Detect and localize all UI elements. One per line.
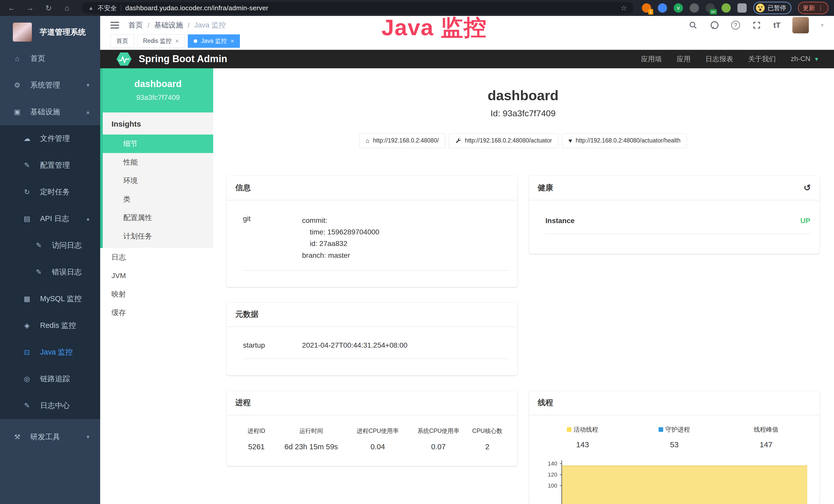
sba-item-config-props[interactable]: 配置属性	[103, 208, 213, 227]
chevron-down-icon: ▾	[87, 82, 89, 89]
help-icon[interactable]: ?	[731, 21, 740, 29]
sidebar-item-config-manage[interactable]: ✎ 配置管理	[0, 152, 100, 179]
sba-nav-about[interactable]: 关于我们	[748, 54, 776, 64]
sidebar-item-scheduled-jobs[interactable]: ↻ 定时任务	[0, 179, 100, 205]
tab-home[interactable]: 首页	[110, 35, 134, 48]
history-icon[interactable]: ↺	[804, 183, 811, 193]
cpu-cores-value: 2	[468, 443, 507, 451]
sba-item-classes[interactable]: 类	[103, 190, 213, 208]
ext-icon-blue-pin[interactable]	[658, 3, 667, 13]
profile-paused-chip[interactable]: 已暂停	[753, 2, 791, 14]
security-label[interactable]: 不安全	[97, 4, 117, 12]
breadcrumb-current: Java 监控	[194, 21, 226, 29]
service-url-button[interactable]: ⌂ http://192.168.0.2:48080/	[359, 133, 445, 148]
close-icon[interactable]: ×	[231, 38, 234, 45]
process-card-title: 进程	[235, 397, 251, 408]
sidebar-item-infra[interactable]: ▣ 基础设施 ▴	[0, 98, 100, 125]
app-logo-image	[13, 23, 32, 42]
sba-nav-journal[interactable]: 日志报表	[705, 54, 733, 64]
breadcrumb-home[interactable]: 首页	[128, 21, 143, 29]
tools-icon: ⚒	[13, 433, 22, 441]
chevron-up-icon: ▴	[87, 109, 89, 115]
sba-nav-applications[interactable]: 应用	[677, 54, 690, 64]
github-icon[interactable]	[710, 20, 720, 30]
address-bar[interactable]: ▲ 不安全 dashboard.yudao.iocoder.cn/infra/a…	[82, 2, 634, 14]
sba-item-metrics[interactable]: 性能	[103, 153, 213, 171]
close-icon[interactable]: ×	[175, 38, 179, 45]
sidebar-item-java-monitor[interactable]: ⊡ Java 监控	[0, 339, 100, 366]
infra-submenu: ☁ 文件管理 ✎ 配置管理 ↻ 定时任务 ▤ API 日志 ▴ ✎ 访问日志 ✎	[0, 125, 100, 419]
sba-item-caches[interactable]: 缓存	[100, 303, 213, 322]
ext-icon-grid[interactable]	[690, 3, 699, 13]
service-url: http://192.168.0.2:48080/	[373, 137, 439, 144]
health-url-button[interactable]: ♥ http://192.168.0.2:48080/actuator/heal…	[562, 133, 687, 148]
sidebar-item-label: 日志中心	[40, 400, 70, 411]
bookmark-star-icon[interactable]: ☆	[620, 4, 627, 12]
sidebar-item-home[interactable]: ⌂ 首页	[0, 45, 100, 72]
url-text[interactable]: dashboard.yudao.iocoder.cn/infra/admin-s…	[125, 4, 268, 12]
sidebar-item-redis-monitor[interactable]: ◈ Redis 监控	[0, 312, 100, 339]
font-size-icon[interactable]: tT	[773, 21, 781, 29]
sidebar-item-trace[interactable]: ◎ 链路追踪	[0, 366, 100, 392]
chrome-update-button[interactable]: 更新 ⋮	[798, 2, 828, 14]
sidebar-item-mysql-monitor[interactable]: ▦ MySQL 监控	[0, 285, 100, 312]
daemon-threads-value: 53	[629, 440, 720, 449]
breadcrumb: 首页 / 基础设施 / Java 监控	[128, 20, 226, 30]
browser-forward-icon[interactable]: →	[24, 4, 36, 12]
process-col-header: 进程CPU使用率	[347, 427, 409, 435]
fullscreen-icon[interactable]	[752, 20, 762, 30]
browser-home-icon[interactable]: ⌂	[61, 4, 73, 12]
sba-item-logging[interactable]: 日志	[100, 248, 213, 267]
browser-menu-icon[interactable]: ⋮	[817, 4, 824, 12]
eye-icon: ◎	[23, 375, 31, 383]
tab-redis-monitor[interactable]: Redis 监控 ×	[137, 35, 185, 48]
sba-item-environment[interactable]: 环境	[103, 171, 213, 190]
sba-item-jvm[interactable]: JVM	[100, 267, 213, 285]
process-pid-value: 5261	[237, 443, 276, 451]
sidebar-item-label: API 日志	[40, 214, 69, 224]
gear-icon: ⚙	[13, 81, 22, 89]
sba-section-label: Insights	[103, 112, 213, 135]
tab-java-monitor[interactable]: Java 监控 ×	[188, 35, 240, 48]
security-warning-icon[interactable]: ▲	[88, 5, 93, 11]
browser-reload-icon[interactable]: ↻	[43, 4, 54, 13]
sba-locale-select[interactable]: zh-CN	[791, 55, 810, 63]
cloud-upload-icon: ☁	[23, 135, 31, 143]
ext-icon-orange[interactable]: 1	[642, 3, 651, 13]
tab-label: Redis 监控	[143, 37, 172, 45]
sidebar-item-system[interactable]: ⚙ 系统管理 ▾	[0, 72, 100, 98]
puzzle-extensions-icon[interactable]	[738, 3, 747, 13]
sidebar-item-log-center[interactable]: ✎ 日志中心	[0, 392, 100, 419]
process-table: 进程ID 5261 运行时间 6d 23h 15m 59s 进程CPU使用率 0…	[226, 415, 517, 466]
metadata-startup-row: startup 2021-04-27T00:44:31.254+08:00	[243, 341, 510, 359]
info-card-title: 信息	[235, 183, 251, 193]
breadcrumb-infra[interactable]: 基础设施	[154, 21, 183, 29]
avatar-caret-icon[interactable]: ▾	[821, 22, 824, 29]
sidebar-item-file-manage[interactable]: ☁ 文件管理	[0, 125, 100, 152]
ext-icon-green-v[interactable]: v	[674, 3, 683, 13]
threads-area-chart: 140 120 100	[537, 460, 812, 504]
app-logo-row[interactable]: 芋道管理系统	[0, 16, 100, 45]
browser-back-icon[interactable]: ←	[6, 4, 18, 12]
search-icon[interactable]	[688, 20, 698, 30]
sba-item-mappings[interactable]: 映射	[100, 285, 213, 303]
instance-title: dashboard	[226, 87, 820, 103]
sba-item-scheduled-tasks[interactable]: 计划任务	[103, 227, 213, 246]
ext-icon-switch[interactable]: on	[706, 3, 715, 13]
sidebar-item-dev-tools[interactable]: ⚒ 研发工具 ▾	[0, 423, 100, 450]
sba-item-details[interactable]: 细节	[103, 135, 213, 153]
ext-icon-green-leaf[interactable]	[722, 3, 731, 13]
sidebar-item-access-log[interactable]: ✎ 访问日志	[0, 232, 100, 259]
sba-instance-block[interactable]: dashboard 93a3fc7f7409	[103, 68, 213, 112]
sidebar-item-error-log[interactable]: ✎ 错误日志	[0, 259, 100, 285]
edit-icon: ✎	[35, 241, 43, 250]
process-card: 进程 进程ID 5261 运行时间 6d 23h 15m 59s	[226, 391, 517, 466]
sba-brand-title[interactable]: Spring Boot Admin	[139, 53, 227, 65]
actuator-url-button[interactable]: http://192.168.0.2:48080/actuator	[449, 133, 558, 148]
hamburger-icon[interactable]	[110, 22, 119, 28]
sba-nav-wallboard[interactable]: 应用墙	[641, 54, 662, 64]
health-url: http://192.168.0.2:48080/actuator/health	[576, 137, 680, 144]
sidebar-item-api-log[interactable]: ▤ API 日志 ▴	[0, 205, 100, 232]
git-commit-line: commit:	[302, 215, 379, 226]
avatar[interactable]	[792, 17, 809, 33]
